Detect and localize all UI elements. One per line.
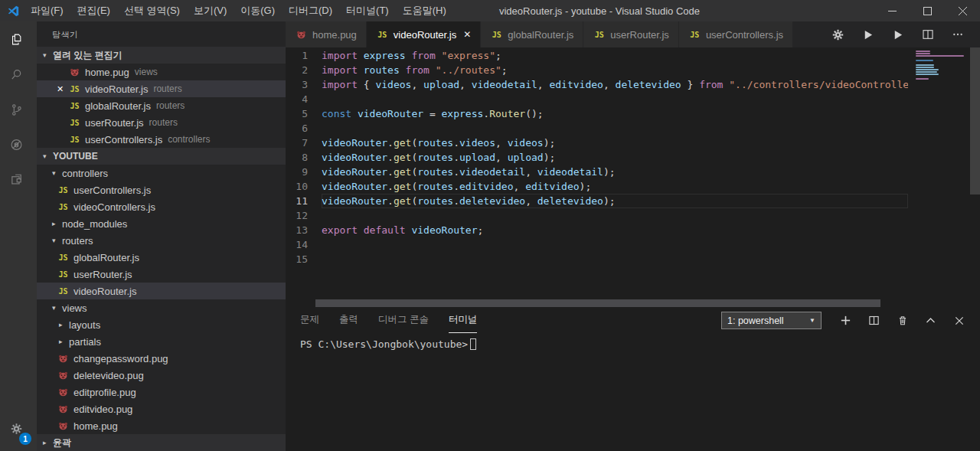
- js-icon: JS: [57, 270, 70, 279]
- activitybar-explorer[interactable]: [0, 21, 37, 57]
- close-icon[interactable]: ✕: [463, 29, 471, 40]
- code-line-5[interactable]: 5 const videoRouter = express.Router();: [286, 106, 908, 121]
- menu-item-5[interactable]: 디버그(D): [282, 0, 339, 21]
- chevron-down-icon: ▾: [52, 237, 62, 244]
- js-icon: JS: [68, 85, 81, 93]
- vertical-scrollbar[interactable]: [969, 47, 980, 308]
- code-line-12[interactable]: 12: [286, 208, 908, 223]
- panel-tab-터미널[interactable]: 터미널: [449, 308, 478, 333]
- pug-icon: [57, 355, 70, 363]
- tree-item-editprofile.pug[interactable]: editprofile.pug: [37, 384, 286, 400]
- open-editor-item[interactable]: JSuserRouter.js routers: [37, 114, 286, 131]
- editor-actions: [831, 21, 980, 47]
- tree-item-layouts[interactable]: ▸layouts: [37, 316, 286, 333]
- js-icon: JS: [57, 203, 70, 211]
- tree-item-videoRouter.js[interactable]: JSvideoRouter.js: [37, 283, 286, 299]
- activitybar-debug[interactable]: [0, 127, 37, 162]
- open-editor-item[interactable]: ✕ JSvideoRouter.js routers: [37, 80, 286, 97]
- code-line-15[interactable]: 15: [286, 252, 908, 266]
- panel-tab-출력[interactable]: 출력: [339, 308, 358, 333]
- tree-item-views[interactable]: ▾views: [37, 299, 286, 316]
- close-button[interactable]: [945, 0, 980, 21]
- tab-userControllers.js[interactable]: JSuserControllers.js: [679, 21, 792, 47]
- activitybar-search[interactable]: [0, 57, 37, 92]
- maximize-button[interactable]: [910, 0, 945, 21]
- code-line-6[interactable]: 6: [286, 121, 908, 136]
- code-line-8[interactable]: 8 videoRouter.get(routes.upload, upload)…: [286, 150, 908, 165]
- panel-tab-문제[interactable]: 문제: [300, 308, 319, 333]
- tab-userRouter.js[interactable]: JSuserRouter.js: [583, 21, 678, 47]
- tree-item-partials[interactable]: ▸partials: [37, 333, 286, 350]
- tab-bar: home.pug JSvideoRouter.js ✕ JSglobalRout…: [286, 21, 980, 47]
- tree-item-controllers[interactable]: ▾controllers: [37, 165, 286, 181]
- split-editor-button[interactable]: [921, 28, 938, 41]
- open-editors-section-header[interactable]: ▾ 열려 있는 편집기: [37, 47, 286, 64]
- menu-item-4[interactable]: 이동(G): [234, 0, 282, 21]
- tree-item-userRouter.js[interactable]: JSuserRouter.js: [37, 266, 286, 283]
- code-line-13[interactable]: 13 export default videoRouter;: [286, 223, 908, 237]
- tree-item-userControllers.js[interactable]: JSuserControllers.js: [37, 181, 286, 198]
- code-line-3[interactable]: 3 import { videos, upload, videodetail, …: [286, 77, 908, 92]
- new-terminal-button[interactable]: [839, 315, 856, 326]
- code-editor[interactable]: 1 import express from "express"; 2 impor…: [286, 47, 980, 308]
- code-line-2[interactable]: 2 import routes from "../routes";: [286, 63, 908, 77]
- tab-home.pug[interactable]: home.pug: [286, 21, 366, 47]
- run-button[interactable]: [861, 29, 878, 41]
- activitybar-extensions[interactable]: [0, 162, 37, 198]
- terminal[interactable]: PS C:\Users\Jongbok\youtube>: [286, 333, 980, 350]
- close-icon[interactable]: ✕: [57, 84, 68, 94]
- split-terminal-button[interactable]: [867, 315, 884, 326]
- run-button[interactable]: [891, 29, 908, 41]
- terminal-shell-select[interactable]: 1: powershell ▼: [721, 312, 822, 329]
- js-icon: JS: [57, 253, 70, 262]
- menu-item-6[interactable]: 터미널(T): [339, 0, 396, 21]
- tree-item-changepassword.pug[interactable]: changepassword.pug: [37, 350, 286, 367]
- code-line-1[interactable]: 1 import express from "express";: [286, 48, 908, 63]
- menu-item-1[interactable]: 편집(E): [70, 0, 117, 21]
- tree-item-node_modules[interactable]: ▸node_modules: [37, 215, 286, 232]
- tree-item-editvideo.pug[interactable]: editvideo.pug: [37, 400, 286, 417]
- minimap[interactable]: [912, 47, 969, 308]
- code-line-9[interactable]: 9 videoRouter.get(routes.videodetail, vi…: [286, 165, 908, 179]
- kill-terminal-button[interactable]: [896, 315, 913, 326]
- tree-item-home.pug[interactable]: home.pug: [37, 417, 286, 434]
- open-editor-item[interactable]: home.pug views: [37, 64, 286, 80]
- settings-button[interactable]: [831, 28, 848, 41]
- search-icon: [10, 64, 23, 85]
- js-icon: JS: [593, 31, 606, 39]
- more-button[interactable]: [951, 28, 968, 41]
- tab-globalRouter.js[interactable]: JSglobalRouter.js: [481, 21, 583, 47]
- activitybar-source-control[interactable]: [0, 92, 37, 127]
- kill-terminal-icon: [896, 315, 909, 326]
- tab-videoRouter.js[interactable]: JSvideoRouter.js ✕: [367, 21, 480, 47]
- tree-item-globalRouter.js[interactable]: JSglobalRouter.js: [37, 249, 286, 266]
- extensions-icon: [10, 170, 23, 190]
- horizontal-scrollbar[interactable]: [286, 299, 908, 308]
- file-tree: ▾controllers JSuserControllers.js JSvide…: [37, 165, 286, 434]
- code-line-7[interactable]: 7 videoRouter.get(routes.videos, videos)…: [286, 136, 908, 150]
- open-editor-item[interactable]: JSuserControllers.js controllers: [37, 131, 286, 148]
- project-section-header[interactable]: ▾ YOUTUBE: [37, 148, 286, 165]
- panel-tab-디버그 콘솔[interactable]: 디버그 콘솔: [378, 308, 429, 333]
- code-line-11[interactable]: 11 videoRouter.get(routes.deletevideo, d…: [286, 194, 908, 208]
- maximize-panel-button[interactable]: [924, 315, 941, 326]
- outline-section-header[interactable]: ▸ 윤곽: [37, 434, 286, 451]
- close-panel-icon: [952, 315, 965, 326]
- code-line-14[interactable]: 14: [286, 237, 908, 252]
- menu-item-0[interactable]: 파일(F): [24, 0, 70, 21]
- close-panel-button[interactable]: [952, 315, 969, 326]
- tree-item-routers[interactable]: ▾routers: [37, 232, 286, 249]
- menu-item-3[interactable]: 보기(V): [187, 0, 234, 21]
- code-area: 1 import express from "express"; 2 impor…: [286, 48, 908, 266]
- menu-item-7[interactable]: 도움말(H): [396, 0, 453, 21]
- menu-item-2[interactable]: 선택 영역(S): [117, 0, 187, 21]
- js-icon: JS: [68, 136, 81, 144]
- code-line-4[interactable]: 4: [286, 92, 908, 106]
- chevron-down-icon: ▾: [52, 169, 62, 177]
- tree-item-videoControllers.js[interactable]: JSvideoControllers.js: [37, 198, 286, 215]
- minimize-button[interactable]: [874, 0, 910, 21]
- tree-item-deletevideo.pug[interactable]: deletevideo.pug: [37, 367, 286, 384]
- code-line-10[interactable]: 10 videoRouter.get(routes.editvideo, edi…: [286, 179, 908, 194]
- open-editor-item[interactable]: JSglobalRouter.js routers: [37, 97, 286, 114]
- settings-gear-button[interactable]: 1: [0, 411, 37, 446]
